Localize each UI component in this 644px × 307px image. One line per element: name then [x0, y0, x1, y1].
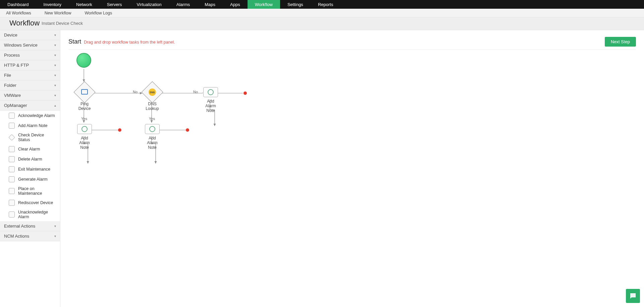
top-nav: Dashboard Inventory Network Servers Virt… [0, 0, 644, 9]
acc-process[interactable]: Process▾ [0, 50, 60, 60]
task-generate-alarm[interactable]: Generate Alarm [0, 174, 60, 184]
rect-icon [9, 113, 15, 119]
rect-icon [9, 200, 15, 206]
subnav-workflow-logs[interactable]: Workflow Logs [85, 11, 112, 15]
start-circle-icon [76, 53, 91, 68]
page-subtitle: Instant Device Check [42, 21, 83, 26]
acc-opmanager[interactable]: OpManager▴ [0, 101, 60, 111]
rect-icon [9, 123, 15, 129]
node-add-alarm-note-mid[interactable]: Add Alarm Note [144, 124, 161, 150]
chat-icon [629, 292, 637, 300]
nav-dashboard[interactable]: Dashboard [0, 0, 36, 9]
node-label: Add Alarm Note [202, 99, 219, 113]
nav-settings[interactable]: Settings [280, 0, 311, 9]
acc-ncm-actions[interactable]: NCM Actions▾ [0, 231, 60, 241]
task-acknowledge-alarm[interactable]: Acknowledge Alarm [0, 111, 60, 121]
nav-inventory[interactable]: Inventory [36, 0, 69, 9]
edge-layer [68, 50, 337, 217]
nav-apps[interactable]: Apps [223, 0, 248, 9]
task-palette-sidebar: Device▾ Windows Service▾ Process▾ HTTP &… [0, 30, 60, 307]
task-place-on-maintenance[interactable]: Place on Maintenance [0, 184, 60, 198]
nav-workflow[interactable]: Workflow [248, 0, 280, 9]
chevron-down-icon: ▾ [54, 83, 56, 87]
task-rediscover-device[interactable]: Rediscover Device [0, 198, 60, 208]
task-delete-alarm[interactable]: Delete Alarm [0, 154, 60, 164]
nav-reports[interactable]: Reports [311, 0, 341, 9]
chevron-down-icon: ▾ [54, 53, 56, 57]
chevron-down-icon: ▾ [54, 73, 56, 77]
rect-icon [9, 211, 15, 218]
task-add-alarm-note[interactable]: Add Alarm Note [0, 121, 60, 131]
rect-icon [9, 166, 15, 172]
alarm-icon [82, 126, 88, 132]
subnav-new-workflow[interactable]: New Workflow [45, 11, 71, 15]
workflow-canvas-panel: Start Drag and drop workflow tasks from … [60, 30, 644, 307]
chevron-down-icon: ▾ [54, 224, 56, 228]
next-step-button[interactable]: Next Step [605, 37, 636, 47]
edge-label-yes: Yes [149, 117, 155, 121]
chevron-down-icon: ▾ [54, 43, 56, 47]
node-add-alarm-note-top[interactable]: Add Alarm Note [202, 87, 219, 113]
edge-label-yes: Yes [81, 117, 87, 121]
node-label: Ping Device [75, 102, 94, 111]
acc-windows-service[interactable]: Windows Service▾ [0, 40, 60, 50]
node-dns-lookup[interactable]: DNS DNS Lookup [143, 84, 162, 111]
acc-opmanager-items: Acknowledge Alarm Add Alarm Note Check D… [0, 111, 60, 221]
diamond-icon [8, 134, 15, 141]
subnav-all-workflows[interactable]: All Workflows [6, 11, 31, 15]
nav-alarms[interactable]: Alarms [169, 0, 197, 9]
acc-device[interactable]: Device▾ [0, 30, 60, 40]
rect-icon [9, 188, 15, 194]
task-unacknowledge-alarm[interactable]: Unacknowledge Alarm [0, 208, 60, 221]
nav-servers[interactable]: Servers [100, 0, 129, 9]
end-dot [186, 128, 189, 132]
node-label: Add Alarm Note [144, 136, 161, 150]
edge-label-no: No [133, 90, 138, 94]
chat-fab[interactable] [626, 289, 640, 303]
monitor-icon [81, 89, 88, 95]
nav-maps[interactable]: Maps [197, 0, 223, 9]
sub-nav: All Workflows New Workflow Workflow Logs [0, 9, 644, 17]
rect-icon [9, 146, 15, 152]
node-add-alarm-note-left[interactable]: Add Alarm Note [76, 124, 93, 150]
start-hint: Drag and drop workflow tasks from the le… [84, 40, 175, 45]
acc-vmware[interactable]: VMWare▾ [0, 90, 60, 101]
dns-icon: DNS [149, 88, 156, 96]
workflow-canvas[interactable]: Ping Device DNS DNS Lookup Add Alarm Not… [68, 50, 636, 217]
nav-network[interactable]: Network [69, 0, 100, 9]
chevron-up-icon: ▴ [54, 104, 56, 107]
task-clear-alarm[interactable]: Clear Alarm [0, 144, 60, 154]
page-title: Workflow [9, 19, 40, 27]
end-dot [244, 91, 247, 95]
task-exit-maintenance[interactable]: Exit Maintenance [0, 164, 60, 174]
edge-label-no: No [193, 90, 198, 94]
chevron-down-icon: ▾ [54, 33, 56, 37]
end-dot [118, 128, 121, 132]
task-check-device-status[interactable]: Check Device Status [0, 131, 60, 144]
chevron-down-icon: ▾ [54, 94, 56, 97]
acc-file[interactable]: File▾ [0, 70, 60, 80]
chevron-down-icon: ▾ [54, 234, 56, 238]
chevron-down-icon: ▾ [54, 63, 56, 67]
acc-http-ftp[interactable]: HTTP & FTP▾ [0, 60, 60, 70]
node-label: DNS Lookup [143, 102, 162, 111]
rect-icon [9, 176, 15, 182]
nav-virtualization[interactable]: Virtualization [129, 0, 169, 9]
acc-external-actions[interactable]: External Actions▾ [0, 221, 60, 231]
node-start[interactable] [76, 53, 91, 68]
rect-icon [9, 156, 15, 162]
title-bar: Workflow Instant Device Check [0, 17, 644, 30]
alarm-icon [149, 126, 155, 132]
node-label: Add Alarm Note [76, 136, 93, 150]
acc-folder[interactable]: Folder▾ [0, 80, 60, 90]
node-ping-device[interactable]: Ping Device [75, 84, 94, 111]
start-heading: Start [68, 38, 81, 45]
alarm-icon [208, 89, 214, 95]
